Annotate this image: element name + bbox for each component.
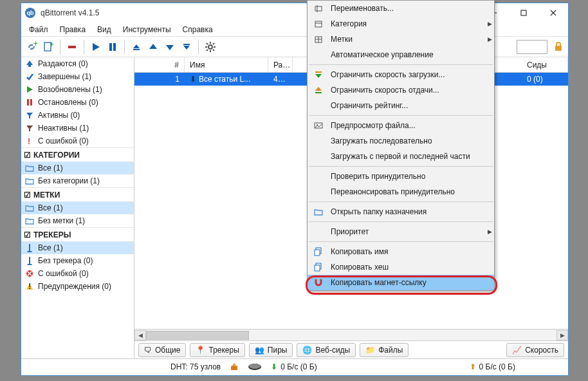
menu-help[interactable]: Справка [178, 24, 218, 35]
menu-item[interactable]: Копировать хеш [308, 259, 494, 275]
settings-button[interactable] [203, 39, 218, 55]
sidebar-item[interactable]: Без категории (1) [21, 174, 134, 187]
scroll-track[interactable] [146, 331, 556, 340]
col-num[interactable]: # [134, 57, 185, 72]
copy-icon [313, 261, 324, 273]
sidebar-item[interactable]: Все (1) [21, 162, 134, 174]
tab-files[interactable]: 📁Файлы [360, 343, 409, 357]
folder-icon: 📁 [365, 346, 375, 355]
sidebar-item[interactable]: Все (1) [21, 241, 134, 254]
horizontal-scrollbar[interactable]: ◀ ▶ [134, 329, 568, 340]
sidebar-item-label: Все (1) [38, 243, 63, 252]
tab-peers[interactable]: 👥Пиры [249, 343, 293, 357]
detail-tabs: 🗨Общие 📍Трекеры 👥Пиры 🌐Веб-сиды 📁Файлы 📈… [134, 340, 568, 358]
lock-icon[interactable] [553, 41, 565, 53]
move-up-button[interactable] [145, 39, 161, 55]
menu-item[interactable]: Переименовать... [308, 1, 494, 16]
svg-line-22 [207, 43, 208, 44]
status-down: ⬇0 Б/с (0 Б) [271, 362, 317, 371]
sidebar-item[interactable]: Все (1) [21, 201, 134, 214]
sidebar-item-label: С ошибкой (0) [38, 136, 89, 145]
menu-item[interactable]: Категория▶ [308, 16, 494, 32]
maximize-button[interactable] [509, 3, 538, 23]
move-top-button[interactable] [129, 39, 144, 55]
svg-marker-16 [183, 46, 190, 50]
warn-yellow-icon: ! [25, 282, 34, 291]
menu-item[interactable]: Ограничить скорость отдачи... [308, 82, 494, 98]
pause-button[interactable] [105, 39, 120, 55]
close-button[interactable] [538, 3, 568, 23]
menu-view[interactable]: Вид [92, 24, 116, 35]
status-disk-icon [248, 363, 262, 371]
menu-item[interactable]: Открыть папку назначения [308, 204, 494, 219]
sidebar-item[interactable]: Без трекера (0) [21, 254, 134, 267]
filter-input[interactable] [517, 40, 547, 54]
filter-item[interactable]: Неактивны (1) [21, 122, 134, 135]
menu-item-label: Предпросмотр файла... [331, 121, 479, 130]
menu-item-label: Метки [331, 35, 479, 44]
preview-icon [313, 120, 324, 131]
menu-item[interactable]: Копировать имя [308, 244, 494, 259]
checkbox-icon: ☑ [24, 230, 31, 239]
cell-name: ⬇Все статьи L... [185, 75, 268, 84]
tab-trackers[interactable]: 📍Трекеры [190, 343, 244, 357]
menu-item[interactable]: Предпросмотр файла... [308, 118, 494, 133]
svg-rect-64 [315, 265, 320, 271]
svg-marker-8 [93, 43, 100, 51]
menu-item[interactable]: Ограничить рейтинг... [308, 98, 494, 113]
menu-item[interactable]: Автоматическое управление [308, 47, 494, 62]
menu-file[interactable]: Файл [24, 24, 53, 35]
col-seeds[interactable]: Сиды [522, 57, 568, 72]
filter-item[interactable]: Возобновлены (1) [21, 83, 134, 96]
scroll-right-button[interactable]: ▶ [556, 330, 568, 340]
menu-item-label: Ограничить скорость загрузки... [331, 70, 479, 79]
tab-general[interactable]: 🗨Общие [138, 343, 186, 357]
menu-item[interactable]: Копировать магнет-ссылку [308, 275, 494, 290]
filter-item[interactable]: Раздаются (0) [21, 57, 134, 70]
sidebar-item[interactable]: С ошибкой (0) [21, 267, 134, 280]
svg-rect-9 [109, 43, 112, 51]
sidebar-item[interactable]: !Предупреждения (0) [21, 280, 134, 293]
context-menu[interactable]: Переименовать...Категория▶Метки▶Автомати… [307, 0, 495, 291]
sidebar-item[interactable]: Без метки (1) [21, 214, 134, 227]
tab-speed[interactable]: 📈Скорость [506, 343, 564, 357]
menu-item[interactable]: Загружать последовательно [308, 133, 494, 149]
svg-rect-10 [113, 43, 116, 51]
scroll-thumb[interactable] [146, 331, 249, 340]
col-size[interactable]: Ра… [268, 57, 293, 72]
delete-button[interactable] [64, 39, 80, 55]
cell-num: 1 [134, 75, 185, 84]
add-link-button[interactable]: + [24, 39, 39, 55]
menu-item[interactable]: Метки▶ [308, 32, 494, 47]
menu-item[interactable]: Загружать с первой и последней части [308, 149, 494, 164]
cell-seeds: 0 (0) [522, 75, 568, 84]
svg-rect-1 [521, 10, 526, 15]
menu-divider [309, 166, 493, 167]
add-file-button[interactable]: + [41, 39, 56, 55]
resume-button[interactable] [88, 39, 104, 55]
svg-marker-29 [27, 86, 33, 93]
move-bottom-button[interactable] [179, 39, 194, 55]
menu-item[interactable]: Приоритет▶ [308, 224, 494, 239]
sidebar-item-label: Без метки (1) [38, 216, 85, 225]
menu-item[interactable]: Переанонсировать принудительно [308, 184, 494, 200]
menu-item-label: Автоматическое управление [331, 50, 479, 59]
tab-webseeds[interactable]: 🌐Веб-сиды [297, 343, 356, 357]
menu-item[interactable]: Проверить принудительно [308, 169, 494, 184]
filter-blue-icon [25, 111, 34, 120]
menu-tools[interactable]: Инструменты [118, 24, 176, 35]
svg-rect-66 [320, 279, 322, 280]
filter-item[interactable]: Завершены (1) [21, 70, 134, 83]
tags-header: ☑МЕТКИ [21, 187, 134, 201]
filter-item[interactable]: Активны (0) [21, 109, 134, 122]
col-name[interactable]: Имя [185, 57, 268, 72]
filter-item[interactable]: !С ошибкой (0) [21, 135, 134, 147]
scroll-left-button[interactable]: ◀ [134, 330, 146, 340]
menu-edit[interactable]: Правка [55, 24, 91, 35]
peers-icon: 👥 [255, 346, 264, 355]
filter-item[interactable]: Остановлены (0) [21, 96, 134, 109]
webseed-icon: 🌐 [302, 346, 312, 355]
svg-line-23 [213, 50, 214, 51]
menu-item[interactable]: Ограничить скорость загрузки... [308, 67, 494, 82]
move-down-button[interactable] [162, 39, 178, 55]
